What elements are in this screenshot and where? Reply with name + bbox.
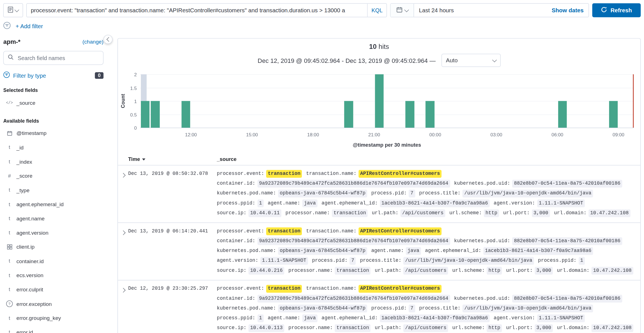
documents-table: Time _source Dec 13, 2019 @ 08:50:32.078… bbox=[118, 154, 640, 333]
source-field-value: http bbox=[487, 267, 502, 275]
source-field-key: url.path: bbox=[375, 325, 401, 332]
source-field-pair: url.port:3,000 bbox=[506, 267, 553, 275]
source-field-key: processor.name: bbox=[288, 325, 333, 332]
doc-table-row: Dec 13, 2019 @ 08:50:32.078processor.eve… bbox=[118, 165, 640, 223]
source-field-key: agent.name: bbox=[371, 248, 404, 254]
source-field-key: url.path: bbox=[375, 267, 401, 274]
source-field-pair: processor.event:transaction bbox=[217, 285, 302, 293]
source-field-value: transaction bbox=[335, 267, 371, 275]
field-item-error.culprit[interactable]: terror.culprit bbox=[3, 282, 104, 297]
filter-by-type-label: Filter by type bbox=[13, 72, 46, 79]
field-item-_index[interactable]: t_index bbox=[3, 155, 104, 169]
source-field-key: process.title: bbox=[360, 257, 401, 264]
field-type-string-icon: t bbox=[6, 216, 13, 222]
source-field-value: /usr/lib/jvm/java-10-openjdk-amd64/bin/j… bbox=[403, 257, 534, 265]
query-input[interactable] bbox=[27, 4, 367, 17]
source-field-key: agent.version: bbox=[217, 257, 258, 264]
interval-select[interactable]: Auto bbox=[441, 54, 501, 67]
source-field-value: 10.47.242.108 bbox=[591, 267, 633, 275]
source-field-value: 9a92372089c79b489ca472fca528631b886d1e76… bbox=[257, 237, 450, 245]
field-type-string-icon: t bbox=[6, 230, 13, 236]
field-item-container.id[interactable]: tcontainer.id bbox=[3, 254, 104, 268]
source-field-key: process.ppid: bbox=[217, 200, 255, 207]
field-search-input[interactable] bbox=[17, 54, 99, 61]
saved-query-menu-button[interactable] bbox=[3, 3, 23, 17]
expand-row-button[interactable] bbox=[122, 227, 128, 275]
field-item-_score[interactable]: #_score bbox=[3, 169, 104, 183]
show-dates-button[interactable]: Show dates bbox=[552, 7, 589, 14]
field-item-client.ip[interactable]: client.ip bbox=[3, 240, 104, 254]
hits-count-line: 10 hits bbox=[118, 43, 640, 51]
source-field-key: kubernetes.pod.uid: bbox=[454, 238, 510, 245]
source-field-value-highlighted: transaction bbox=[266, 285, 302, 293]
expand-row-button[interactable] bbox=[122, 285, 128, 332]
source-field-value: 10.44.0.113 bbox=[248, 324, 284, 332]
filter-set-icon[interactable] bbox=[3, 22, 11, 31]
x-tick-label: 09:00 bbox=[612, 132, 624, 137]
field-item-error.grouping_key[interactable]: terror.grouping_key bbox=[3, 311, 104, 325]
filter-by-type-button[interactable]: Filter by type 0 bbox=[3, 72, 104, 79]
query-language-button[interactable]: KQL bbox=[367, 4, 387, 17]
time-picker-quick-menu-button[interactable] bbox=[390, 4, 414, 17]
doc-timestamp: Dec 13, 2019 @ 06:14:20.441 bbox=[128, 227, 217, 275]
source-field-value: 1 bbox=[257, 199, 264, 207]
index-pattern-title[interactable]: apm-* bbox=[3, 38, 20, 45]
field-item-_type[interactable]: t_type bbox=[3, 183, 104, 197]
documents-rows: Dec 13, 2019 @ 08:50:32.078processor.eve… bbox=[118, 165, 640, 333]
field-item-agent.ephemeral_id[interactable]: tagent.ephemeral_id bbox=[3, 197, 104, 211]
expand-row-button[interactable] bbox=[122, 170, 128, 217]
histogram-bar[interactable] bbox=[181, 101, 190, 128]
source-field-value: transaction bbox=[332, 209, 368, 217]
source-field-pair: process.title:/usr/lib/jvm/java-10-openj… bbox=[419, 190, 593, 198]
source-field-pair: processor.name:transaction bbox=[288, 324, 371, 332]
histogram-bar[interactable] bbox=[405, 101, 414, 128]
source-field-value: /api/customers bbox=[403, 324, 448, 332]
source-field-pair: process.ppid:1 bbox=[538, 257, 585, 265]
field-name: error.id bbox=[16, 329, 33, 333]
source-field-pair: process.pid:7 bbox=[371, 190, 415, 198]
field-item-error.id[interactable]: terror.id bbox=[3, 325, 104, 333]
source-field-pair: url.scheme:http bbox=[452, 267, 502, 275]
field-item-agent.name[interactable]: tagent.name bbox=[3, 211, 104, 226]
field-name: ecs.version bbox=[16, 272, 44, 279]
source-field-pair: url.scheme:http bbox=[452, 324, 502, 332]
source-field-key: url.port: bbox=[506, 325, 533, 332]
field-item-error.exception[interactable]: ?error.exception bbox=[3, 297, 104, 311]
time-range-label[interactable]: Last 24 hours bbox=[414, 7, 454, 14]
field-item-_id[interactable]: t_id bbox=[3, 141, 104, 155]
source-field-pair: agent.version:1.11.1-SNAPSHOT bbox=[494, 199, 585, 207]
source-field-key: source.ip: bbox=[217, 325, 247, 332]
x-tick-label: 00:00 bbox=[429, 132, 441, 137]
time-range-line: Dec 12, 2019 @ 09:45:02.964 - Dec 13, 20… bbox=[118, 54, 640, 67]
histogram-plot-area bbox=[140, 74, 634, 128]
chevron-down-icon bbox=[404, 7, 409, 12]
refresh-button[interactable]: Refresh bbox=[592, 3, 641, 17]
doc-source: processor.event:transactiontransaction.n… bbox=[217, 227, 636, 275]
add-filter-button[interactable]: + Add filter bbox=[16, 23, 43, 30]
histogram-bar[interactable] bbox=[426, 101, 435, 128]
source-field-value: /api/customers bbox=[403, 267, 448, 275]
y-tick-label: 1 bbox=[134, 99, 137, 104]
histogram-bar[interactable] bbox=[344, 101, 353, 128]
documents-table-header: Time _source bbox=[118, 154, 640, 166]
histogram-bar[interactable] bbox=[141, 101, 150, 128]
histogram-bar[interactable] bbox=[151, 101, 160, 128]
histogram-bar[interactable] bbox=[375, 74, 384, 128]
histogram-bar[interactable] bbox=[558, 101, 567, 128]
change-index-pattern-link[interactable]: (change) bbox=[82, 39, 103, 45]
field-item-ecs.version[interactable]: tecs.version bbox=[3, 268, 104, 282]
source-field-pair: process.ppid:1 bbox=[217, 199, 264, 207]
time-column-header[interactable]: Time bbox=[128, 156, 217, 162]
histogram-bar[interactable] bbox=[609, 101, 618, 128]
field-item-_source[interactable]: </>_source bbox=[3, 96, 104, 110]
collapse-sidebar-button[interactable] bbox=[103, 35, 112, 44]
source-field-pair: processor.event:transaction bbox=[217, 227, 302, 235]
time-picker: Last 24 hours Show dates bbox=[390, 3, 589, 17]
source-field-pair: kubernetes.pod.uid:882e8b07-0c54-11ea-8a… bbox=[454, 295, 622, 303]
field-item-agent.version[interactable]: tagent.version bbox=[3, 226, 104, 240]
source-field-pair: process.title:/usr/lib/jvm/java-10-openj… bbox=[360, 257, 534, 265]
chevron-down-icon bbox=[492, 57, 497, 62]
source-field-pair: kubernetes.pod.uid:882e8b07-0c54-11ea-8a… bbox=[454, 237, 622, 245]
field-item-@timestamp[interactable]: @timestamp bbox=[3, 126, 104, 141]
source-field-key: kubernetes.pod.name: bbox=[217, 305, 276, 312]
